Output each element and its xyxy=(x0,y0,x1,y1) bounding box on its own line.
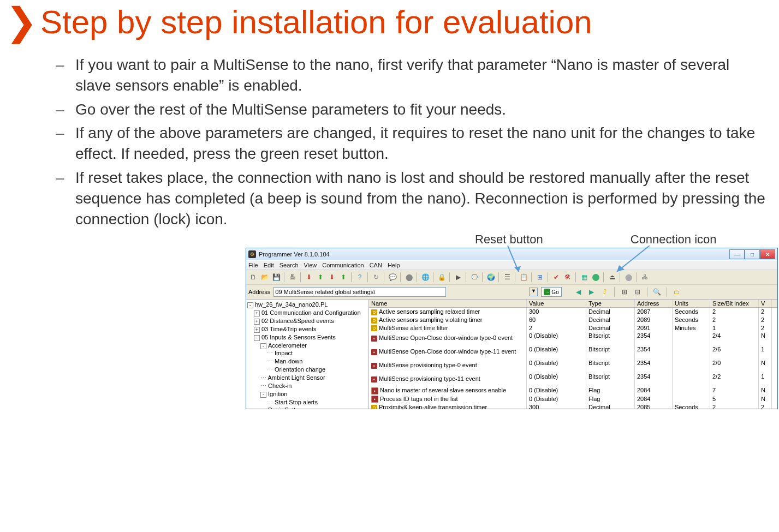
table-row[interactable]: DMultiSense alert time filter2Decimal209… xyxy=(369,324,777,332)
chevron-right-icon: ❯ xyxy=(5,3,38,41)
reset-button-label: Reset button xyxy=(475,232,543,247)
tree-node[interactable]: -Accelerometer xyxy=(260,342,367,350)
col-address[interactable]: Address xyxy=(635,300,673,307)
new-icon[interactable]: 🗋 xyxy=(248,272,258,282)
clipboard-icon[interactable]: 📋 xyxy=(519,272,528,282)
go-button[interactable]: →Go xyxy=(541,287,561,297)
print-icon[interactable]: 🖶 xyxy=(288,272,298,282)
tree-node[interactable]: ⋯ Panic Button xyxy=(260,406,367,409)
minimize-button[interactable]: — xyxy=(729,249,745,259)
upload-green-icon[interactable]: ⬆ xyxy=(316,272,325,282)
eject-icon[interactable]: ⏏ xyxy=(607,272,617,282)
connection-icon[interactable]: 🖧 xyxy=(640,272,650,282)
table-row[interactable]: ▪Process ID tags not in the list0 (Disab… xyxy=(369,395,777,404)
col-size[interactable]: Size/Bit index xyxy=(710,300,759,307)
bullet-list: –If you want to pair a MultiSense to the… xyxy=(56,55,768,229)
help-icon[interactable]: ? xyxy=(355,272,365,282)
table-row[interactable]: ▪MultiSense Open-Close door-window type-… xyxy=(369,332,777,345)
globe-icon[interactable]: 🌐 xyxy=(420,272,430,282)
table-row[interactable]: ▪MultiSense provisioning type-11 event0 … xyxy=(369,373,777,386)
tree-node[interactable]: ⋯ Impact xyxy=(267,349,367,357)
table-row[interactable]: ▪MultiSense provisioning type-0 event0 (… xyxy=(369,359,777,373)
menu-communication[interactable]: Communication xyxy=(322,262,364,268)
find-icon[interactable]: 🔍 xyxy=(652,287,662,297)
window-title: Programmer Ver 8.1.0.104 xyxy=(259,251,330,258)
expand-all-icon[interactable]: ⊞ xyxy=(620,287,629,297)
window-titlebar[interactable]: ⚙ Programmer Ver 8.1.0.104 — □ ✕ xyxy=(246,248,777,260)
parameter-grid: Name Value Type Address Units Size/Bit i… xyxy=(369,300,777,409)
col-v[interactable]: V xyxy=(759,300,772,307)
bullet-item: If any of the above parameters are chang… xyxy=(75,123,768,164)
reset-button[interactable] xyxy=(591,272,600,282)
calc-icon[interactable]: ⊞ xyxy=(535,272,545,282)
check-icon[interactable]: ✔ xyxy=(551,272,561,282)
forward-icon[interactable]: ▶ xyxy=(587,287,597,297)
bullet-item: If reset takes place, the connection wit… xyxy=(75,168,768,229)
menu-edit[interactable]: Edit xyxy=(264,262,274,268)
folder-icon[interactable]: 🗀 xyxy=(672,287,682,297)
grid-header: Name Value Type Address Units Size/Bit i… xyxy=(369,300,777,308)
refresh-icon[interactable]: ↻ xyxy=(371,272,381,282)
app-icon: ⚙ xyxy=(248,250,256,258)
table-row[interactable]: DActive sensors sampling violating timer… xyxy=(369,316,777,324)
upload-green2-icon[interactable]: ⬆ xyxy=(338,272,348,282)
download-red2-icon[interactable]: ⬇ xyxy=(327,272,337,282)
programmer-window: ⚙ Programmer Ver 8.1.0.104 — □ ✕ File Ed… xyxy=(246,248,778,409)
address-bar: Address ▼ →Go ◀ ▶ ⤴ ⊞ ⊟ 🔍 🗀 xyxy=(246,284,777,299)
tools-icon[interactable]: 🛠 xyxy=(563,272,573,282)
tree-node[interactable]: -05 Inputs & Sensors Events xyxy=(254,333,367,342)
list-icon[interactable]: ☰ xyxy=(502,272,512,282)
col-name[interactable]: Name xyxy=(369,300,527,307)
tree-node[interactable]: -hw_26_fw_34a_nano20.PL xyxy=(247,301,367,309)
stop-icon[interactable]: ⬤ xyxy=(404,272,414,282)
bullet-item: If you want to pair a MultiSense to the … xyxy=(75,55,768,96)
tree-node[interactable]: +01 Communication and Configuration xyxy=(254,309,367,317)
download-red-icon[interactable]: ⬇ xyxy=(304,272,314,282)
monitor-icon[interactable]: 🖵 xyxy=(469,272,479,282)
back-icon[interactable]: ◀ xyxy=(574,287,584,297)
green-square-icon[interactable]: ▦ xyxy=(579,272,589,282)
tree-node[interactable]: -Ignition xyxy=(260,390,367,398)
tree-node[interactable]: ⋯ Check-in xyxy=(260,382,367,390)
address-input[interactable] xyxy=(273,287,446,297)
maximize-button[interactable]: □ xyxy=(745,249,760,259)
table-row[interactable]: DActive sensors sampling relaxed timer30… xyxy=(369,308,777,316)
close-button[interactable]: ✕ xyxy=(760,249,775,259)
col-units[interactable]: Units xyxy=(673,300,710,307)
tree-node[interactable]: ⋯ Man-down xyxy=(267,357,367,366)
bullet-item: Go over the rest of the MultiSense param… xyxy=(75,99,768,120)
menu-bar: File Edit Search View Communication CAN … xyxy=(246,260,777,270)
table-row[interactable]: ▪Nano is master of several slave sensors… xyxy=(369,386,777,395)
menu-help[interactable]: Help xyxy=(388,262,400,268)
menu-file[interactable]: File xyxy=(248,262,258,268)
menu-can[interactable]: CAN xyxy=(370,262,382,268)
menu-search[interactable]: Search xyxy=(280,262,299,268)
address-dropdown-icon[interactable]: ▼ xyxy=(529,288,538,296)
tree-node[interactable]: ⋯ Start Stop alerts xyxy=(267,398,367,407)
address-label: Address xyxy=(248,289,270,295)
tree-view[interactable]: -hw_26_fw_34a_nano20.PL+01 Communication… xyxy=(246,300,369,409)
tree-node[interactable]: ⋯ Orientation change xyxy=(267,366,367,374)
lock-icon[interactable]: 🔒 xyxy=(437,272,447,282)
menu-view[interactable]: View xyxy=(304,262,317,268)
table-row[interactable]: DProximity& keep-alive transmission time… xyxy=(369,403,777,409)
toolbar: 🗋 📂 💾 🖶 ⬇ ⬆ ⬇ ⬆ ? ↻ 💬 ⬤ 🌐 xyxy=(246,270,777,284)
up-icon[interactable]: ⤴ xyxy=(600,287,610,297)
table-row[interactable]: ▪MultiSense Open-Close door-window type-… xyxy=(369,345,777,359)
col-type[interactable]: Type xyxy=(586,300,635,307)
save-icon[interactable]: 💾 xyxy=(271,272,281,282)
world-icon[interactable]: 🌍 xyxy=(486,272,496,282)
col-value[interactable]: Value xyxy=(527,300,586,307)
tree-node[interactable]: ⋯ Ambient Light Sensor xyxy=(260,374,367,382)
grey-circle-icon[interactable]: ⬤ xyxy=(623,272,633,282)
tree-node[interactable]: +02 Distance&Speed events xyxy=(254,317,367,325)
filter-icon[interactable]: ▶ xyxy=(453,272,463,282)
chat-icon[interactable]: 💬 xyxy=(388,272,397,282)
collapse-all-icon[interactable]: ⊟ xyxy=(633,287,643,297)
connection-icon-label: Connection icon xyxy=(631,232,717,247)
page-title: Step by step installation for evaluation xyxy=(40,3,592,41)
open-icon[interactable]: 📂 xyxy=(260,272,270,282)
tree-node[interactable]: +03 Time&Trip events xyxy=(254,325,367,333)
